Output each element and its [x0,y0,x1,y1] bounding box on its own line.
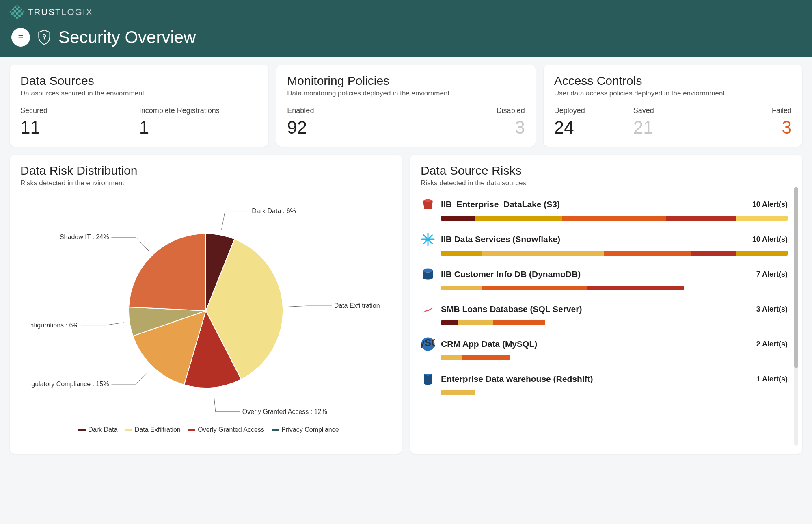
brand: TRUSTLOGIX [11,6,801,18]
pie-label: Misconfigurations : 6% [31,322,79,329]
metric-disabled: Disabled 3 [406,106,525,138]
panel-risk-distribution: Data Risk Distribution Risks detected in… [10,155,402,454]
legend-swatch [125,429,132,431]
datasource-name: SMB Loans Database (SQL Server) [441,304,751,314]
risk-bar [441,286,788,290]
legend-swatch [272,429,279,431]
risk-bar [441,355,788,360]
legend-label: Dark Data [88,426,117,433]
pie-label: Overly Granted Access : 12% [242,408,327,415]
metric-label: Secured [20,106,139,115]
legend-label: Privacy Compliance [281,426,339,433]
title-bar: ≡ Security Overview [11,28,801,47]
metric-value: 24 [554,117,633,138]
pie-label: Dark Data : 6% [252,208,296,214]
summary-cards-row: Data Sources Datasources secured in the … [0,57,812,155]
datasource-name: IIB Customer Info DB (DynamoDB) [441,269,751,279]
metric-label: Enabled [287,106,406,115]
metric-label: Failed [713,106,792,115]
datasource-name: IIB Data Services (Snowflake) [441,234,747,244]
pie-label: Data Exfiltration : 36% [334,302,380,309]
alert-count: 2 Alert(s) [756,340,788,349]
svg-text:MySQL: MySQL [421,337,435,348]
page-title: Security Overview [58,28,196,47]
alert-count: 10 Alert(s) [752,200,788,209]
metric-enabled: Enabled 92 [287,106,406,138]
card-monitoring-policies[interactable]: Monitoring Policies Data monitoring poli… [276,65,535,147]
metric-secured: Secured 11 [20,106,139,138]
pie-label: Regulatory Compliance : 15% [31,381,109,388]
datasource-icon [421,302,435,316]
chart-legend: Dark Data Data Exfiltration Overly Grant… [73,426,339,433]
metric-label: Incomplete Registrations [139,106,258,115]
datasource-name: Enterprise Data warehouse (Redshift) [441,374,751,384]
datasource-name: CRM App Data (MySQL) [441,339,751,349]
metric-label: Saved [633,106,713,115]
datasource-icon [421,267,435,281]
risk-item[interactable]: Enterprise Data warehouse (Redshift)1 Al… [421,368,788,403]
panel-subtitle: Risks detected in the environment [20,179,391,187]
alert-count: 1 Alert(s) [756,375,788,383]
metric-value: 92 [287,117,406,138]
datasource-icon [421,372,435,386]
panel-data-source-risks: Data Source Risks Risks detected in the … [410,155,802,454]
card-title: Data Sources [20,74,258,88]
metric-value: 11 [20,117,139,138]
card-subtitle: User data access policies deployed in th… [554,89,792,97]
card-access-controls[interactable]: Access Controls User data access policie… [544,65,802,147]
svg-point-1 [423,269,433,273]
risk-bar [441,251,788,256]
brand-logo-icon [9,4,25,20]
svg-point-0 [43,35,45,37]
risk-bar [441,320,788,325]
panel-title: Data Source Risks [421,164,792,178]
metric-label: Disabled [406,106,525,115]
risk-item[interactable]: MySQLCRM App Data (MySQL)2 Alert(s) [421,333,788,368]
pie-label: Shadow IT : 24% [60,234,109,240]
app-header: TRUSTLOGIX ≡ Security Overview [0,0,812,57]
card-title: Monitoring Policies [287,74,525,88]
datasource-name: IIB_Enterprise_DataLake (S3) [441,199,747,209]
metric-value: 3 [713,117,792,138]
risk-bar [441,216,788,221]
card-data-sources[interactable]: Data Sources Datasources secured in the … [10,65,268,147]
metric-deployed: Deployed 24 [554,106,633,138]
brand-name-b: LOGIX [61,7,93,17]
risk-item[interactable]: IIB Data Services (Snowflake)10 Alert(s) [421,228,788,263]
card-subtitle: Data monitoring policies deployed in the… [287,89,525,97]
hamburger-icon: ≡ [18,32,24,43]
shield-icon [37,30,51,45]
card-subtitle: Datasources secured in the enviornment [20,89,258,97]
panel-subtitle: Risks detected in the data sources [421,179,792,187]
risk-bar [441,390,788,395]
pie-slice[interactable] [129,234,206,311]
scrollbar[interactable] [794,187,798,446]
risk-item[interactable]: IIB Customer Info DB (DynamoDB)7 Alert(s… [421,263,788,298]
panels-row: Data Risk Distribution Risks detected in… [0,155,812,463]
alert-count: 7 Alert(s) [756,270,788,279]
datasource-icon: MySQL [421,337,435,351]
panel-title: Data Risk Distribution [20,164,391,178]
datasource-icon [421,197,435,212]
risk-list[interactable]: IIB_Enterprise_DataLake (S3)10 Alert(s)I… [421,193,792,453]
metric-saved: Saved 21 [633,106,713,138]
legend-swatch [188,429,195,431]
metric-incomplete: Incomplete Registrations 1 [139,106,258,138]
metric-value: 1 [139,117,258,138]
brand-name: TRUSTLOGIX [28,7,93,17]
legend-swatch [78,429,86,431]
scrollbar-thumb[interactable] [794,187,798,368]
risk-item[interactable]: SMB Loans Database (SQL Server)3 Alert(s… [421,298,788,333]
brand-name-a: TRUST [28,7,61,17]
legend-label: Overly Granted Access [198,426,264,433]
alert-count: 10 Alert(s) [752,235,788,244]
metric-label: Deployed [554,106,633,115]
pie-chart: Dark Data : 6%Data Exfiltration : 36%Ove… [31,193,380,420]
metric-value: 3 [406,117,525,138]
metric-failed: Failed 3 [713,106,792,138]
metric-value: 21 [633,117,713,138]
legend-label: Data Exfiltration [135,426,181,433]
datasource-icon [421,232,435,247]
risk-item[interactable]: IIB_Enterprise_DataLake (S3)10 Alert(s) [421,193,788,228]
menu-button[interactable]: ≡ [11,28,30,47]
